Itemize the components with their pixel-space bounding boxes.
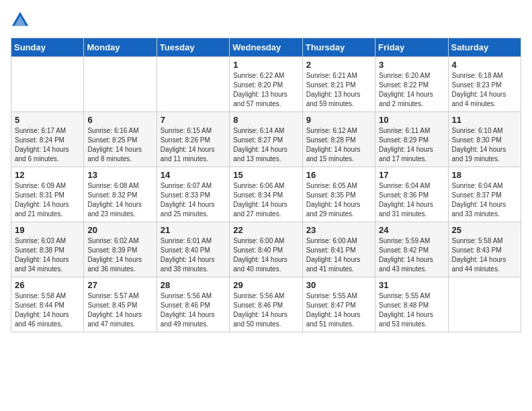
calendar-header-row: SundayMondayTuesdayWednesdayThursdayFrid… — [11, 38, 521, 57]
header-sunday: Sunday — [11, 38, 84, 57]
header-wednesday: Wednesday — [230, 38, 302, 57]
day-info: Sunrise: 6:12 AM Sunset: 8:28 PM Dayligh… — [306, 126, 371, 164]
day-number: 23 — [306, 225, 371, 235]
calendar-cell: 25Sunrise: 5:58 AM Sunset: 8:43 PM Dayli… — [448, 222, 521, 277]
day-number: 18 — [452, 170, 517, 180]
day-info: Sunrise: 5:57 AM Sunset: 8:45 PM Dayligh… — [87, 291, 152, 329]
day-info: Sunrise: 5:56 AM Sunset: 8:46 PM Dayligh… — [233, 291, 298, 329]
day-number: 30 — [306, 280, 371, 290]
header-friday: Friday — [375, 38, 448, 57]
calendar-cell: 16Sunrise: 6:05 AM Sunset: 8:35 PM Dayli… — [302, 167, 375, 222]
day-info: Sunrise: 6:20 AM Sunset: 8:22 PM Dayligh… — [379, 71, 444, 109]
day-info: Sunrise: 6:06 AM Sunset: 8:34 PM Dayligh… — [233, 181, 298, 219]
calendar-cell — [448, 277, 521, 332]
day-number: 3 — [379, 60, 444, 70]
day-number: 25 — [452, 225, 517, 235]
calendar-cell: 21Sunrise: 6:01 AM Sunset: 8:40 PM Dayli… — [157, 222, 229, 277]
calendar-cell: 3Sunrise: 6:20 AM Sunset: 8:22 PM Daylig… — [375, 57, 448, 112]
calendar-cell: 26Sunrise: 5:58 AM Sunset: 8:44 PM Dayli… — [11, 277, 84, 332]
calendar-cell: 1Sunrise: 6:22 AM Sunset: 8:20 PM Daylig… — [230, 57, 302, 112]
day-number: 14 — [161, 170, 226, 180]
calendar-cell: 15Sunrise: 6:06 AM Sunset: 8:34 PM Dayli… — [230, 167, 302, 222]
calendar-cell: 19Sunrise: 6:03 AM Sunset: 8:38 PM Dayli… — [11, 222, 84, 277]
calendar-cell: 6Sunrise: 6:16 AM Sunset: 8:25 PM Daylig… — [84, 112, 157, 167]
day-number: 16 — [306, 170, 371, 180]
day-info: Sunrise: 6:11 AM Sunset: 8:29 PM Dayligh… — [379, 126, 444, 164]
calendar-week-row: 19Sunrise: 6:03 AM Sunset: 8:38 PM Dayli… — [11, 222, 521, 277]
day-number: 10 — [379, 115, 444, 125]
calendar-cell: 9Sunrise: 6:12 AM Sunset: 8:28 PM Daylig… — [302, 112, 375, 167]
header-thursday: Thursday — [302, 38, 375, 57]
day-info: Sunrise: 6:01 AM Sunset: 8:40 PM Dayligh… — [161, 236, 226, 274]
calendar-week-row: 5Sunrise: 6:17 AM Sunset: 8:24 PM Daylig… — [11, 112, 521, 167]
calendar-cell: 5Sunrise: 6:17 AM Sunset: 8:24 PM Daylig… — [11, 112, 84, 167]
day-number: 31 — [379, 280, 444, 290]
day-info: Sunrise: 6:03 AM Sunset: 8:38 PM Dayligh… — [15, 236, 80, 274]
calendar-cell: 23Sunrise: 6:00 AM Sunset: 8:41 PM Dayli… — [302, 222, 375, 277]
day-number: 7 — [161, 115, 226, 125]
day-number: 22 — [233, 225, 298, 235]
day-info: Sunrise: 6:10 AM Sunset: 8:30 PM Dayligh… — [452, 126, 517, 164]
calendar-cell: 28Sunrise: 5:56 AM Sunset: 8:46 PM Dayli… — [157, 277, 229, 332]
calendar-cell: 20Sunrise: 6:02 AM Sunset: 8:39 PM Dayli… — [84, 222, 157, 277]
calendar-table: SundayMondayTuesdayWednesdayThursdayFrid… — [11, 38, 521, 332]
calendar-cell: 12Sunrise: 6:09 AM Sunset: 8:31 PM Dayli… — [11, 167, 84, 222]
day-info: Sunrise: 6:18 AM Sunset: 8:23 PM Dayligh… — [452, 71, 517, 109]
day-info: Sunrise: 6:21 AM Sunset: 8:21 PM Dayligh… — [306, 71, 371, 109]
calendar-cell: 24Sunrise: 5:59 AM Sunset: 8:42 PM Dayli… — [375, 222, 448, 277]
day-info: Sunrise: 6:04 AM Sunset: 8:36 PM Dayligh… — [379, 181, 444, 219]
day-number: 20 — [87, 225, 152, 235]
calendar-cell — [84, 57, 157, 112]
calendar-cell: 17Sunrise: 6:04 AM Sunset: 8:36 PM Dayli… — [375, 167, 448, 222]
day-info: Sunrise: 6:00 AM Sunset: 8:40 PM Dayligh… — [233, 236, 298, 274]
header-tuesday: Tuesday — [157, 38, 229, 57]
day-info: Sunrise: 6:15 AM Sunset: 8:26 PM Dayligh… — [161, 126, 226, 164]
day-number: 28 — [161, 280, 226, 290]
calendar-cell: 4Sunrise: 6:18 AM Sunset: 8:23 PM Daylig… — [448, 57, 521, 112]
page-header — [11, 11, 521, 30]
logo — [11, 11, 32, 30]
calendar-week-row: 1Sunrise: 6:22 AM Sunset: 8:20 PM Daylig… — [11, 57, 521, 112]
day-info: Sunrise: 6:04 AM Sunset: 8:37 PM Dayligh… — [452, 181, 517, 219]
day-number: 4 — [452, 60, 517, 70]
calendar-week-row: 26Sunrise: 5:58 AM Sunset: 8:44 PM Dayli… — [11, 277, 521, 332]
day-info: Sunrise: 6:14 AM Sunset: 8:27 PM Dayligh… — [233, 126, 298, 164]
day-info: Sunrise: 6:17 AM Sunset: 8:24 PM Dayligh… — [15, 126, 80, 164]
calendar-cell: 27Sunrise: 5:57 AM Sunset: 8:45 PM Dayli… — [84, 277, 157, 332]
calendar-cell: 8Sunrise: 6:14 AM Sunset: 8:27 PM Daylig… — [230, 112, 302, 167]
day-info: Sunrise: 6:08 AM Sunset: 8:32 PM Dayligh… — [87, 181, 152, 219]
logo-icon — [11, 11, 30, 30]
calendar-cell: 10Sunrise: 6:11 AM Sunset: 8:29 PM Dayli… — [375, 112, 448, 167]
day-number: 11 — [452, 115, 517, 125]
day-number: 5 — [15, 115, 80, 125]
calendar-cell: 18Sunrise: 6:04 AM Sunset: 8:37 PM Dayli… — [448, 167, 521, 222]
calendar-cell: 7Sunrise: 6:15 AM Sunset: 8:26 PM Daylig… — [157, 112, 229, 167]
day-info: Sunrise: 5:58 AM Sunset: 8:43 PM Dayligh… — [452, 236, 517, 274]
day-number: 1 — [233, 60, 298, 70]
day-info: Sunrise: 6:09 AM Sunset: 8:31 PM Dayligh… — [15, 181, 80, 219]
day-number: 29 — [233, 280, 298, 290]
day-info: Sunrise: 6:07 AM Sunset: 8:33 PM Dayligh… — [161, 181, 226, 219]
calendar-cell: 2Sunrise: 6:21 AM Sunset: 8:21 PM Daylig… — [302, 57, 375, 112]
day-info: Sunrise: 6:05 AM Sunset: 8:35 PM Dayligh… — [306, 181, 371, 219]
day-number: 6 — [87, 115, 152, 125]
day-number: 15 — [233, 170, 298, 180]
day-number: 21 — [161, 225, 226, 235]
day-info: Sunrise: 6:00 AM Sunset: 8:41 PM Dayligh… — [306, 236, 371, 274]
day-info: Sunrise: 5:55 AM Sunset: 8:48 PM Dayligh… — [379, 291, 444, 329]
calendar-cell: 29Sunrise: 5:56 AM Sunset: 8:46 PM Dayli… — [230, 277, 302, 332]
day-number: 9 — [306, 115, 371, 125]
header-saturday: Saturday — [448, 38, 521, 57]
calendar-cell: 30Sunrise: 5:55 AM Sunset: 8:47 PM Dayli… — [302, 277, 375, 332]
calendar-cell: 31Sunrise: 5:55 AM Sunset: 8:48 PM Dayli… — [375, 277, 448, 332]
calendar-cell — [157, 57, 229, 112]
calendar-cell: 11Sunrise: 6:10 AM Sunset: 8:30 PM Dayli… — [448, 112, 521, 167]
calendar-cell — [11, 57, 84, 112]
day-number: 13 — [87, 170, 152, 180]
day-info: Sunrise: 6:02 AM Sunset: 8:39 PM Dayligh… — [87, 236, 152, 274]
calendar-cell: 22Sunrise: 6:00 AM Sunset: 8:40 PM Dayli… — [230, 222, 302, 277]
day-number: 27 — [87, 280, 152, 290]
header-monday: Monday — [84, 38, 157, 57]
day-info: Sunrise: 5:58 AM Sunset: 8:44 PM Dayligh… — [15, 291, 80, 329]
day-number: 17 — [379, 170, 444, 180]
